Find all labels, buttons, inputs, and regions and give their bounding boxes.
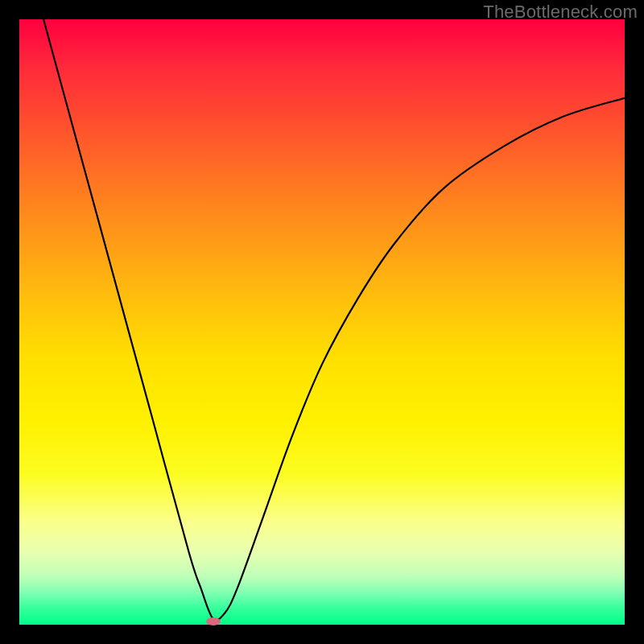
minimum-marker xyxy=(206,617,221,625)
watermark-text: TheBottleneck.com xyxy=(483,2,638,23)
curve-svg xyxy=(19,19,625,625)
bottleneck-curve xyxy=(43,19,625,620)
plot-area xyxy=(19,19,625,625)
chart-container: TheBottleneck.com xyxy=(0,0,644,644)
